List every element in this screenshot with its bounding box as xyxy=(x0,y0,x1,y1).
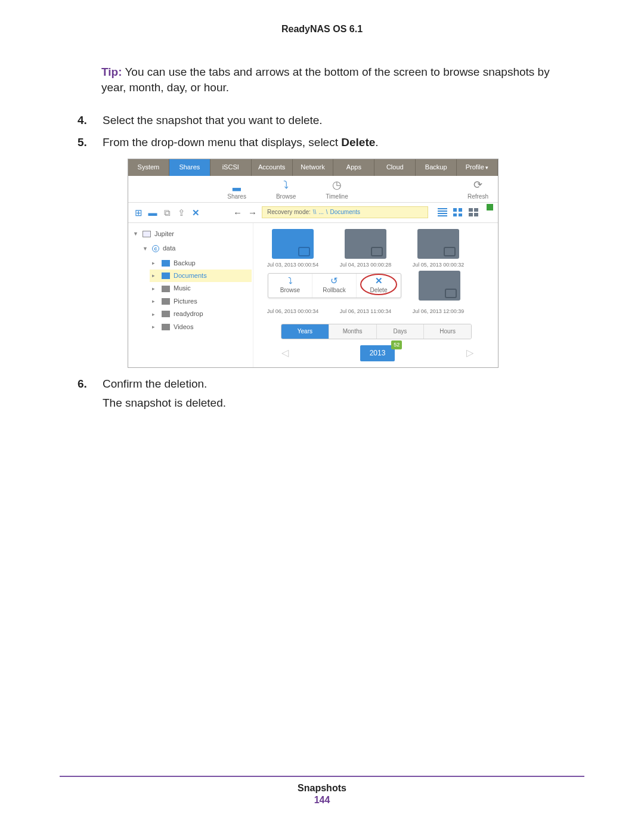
copy-icon[interactable]: ⧉ xyxy=(162,207,172,218)
time-tab-hours[interactable]: Hours xyxy=(424,324,471,339)
tab-cloud[interactable]: Cloud xyxy=(374,159,416,175)
tree-folder-readydrop[interactable]: ▸readydrop xyxy=(152,308,249,320)
subnav-timeline[interactable]: ◷ Timeline xyxy=(326,179,348,201)
bc-mode: Recovery mode: xyxy=(267,208,311,216)
ui-screenshot: System Shares iSCSI Accounts Network App… xyxy=(128,159,499,367)
upload-icon[interactable]: ⇪ xyxy=(176,207,187,218)
forward-arrow-icon[interactable]: → xyxy=(247,206,258,219)
view-list-icon[interactable] xyxy=(438,208,447,216)
next-year-icon[interactable]: ▷ xyxy=(466,346,473,360)
delete-icon[interactable]: ✕ xyxy=(190,207,201,218)
doc-header: ReadyNAS OS 6.1 xyxy=(60,24,584,35)
snapshot-item[interactable]: Jul 04, 2013 00:00:28 xyxy=(337,229,394,269)
tree-label: Documents xyxy=(174,271,207,280)
snapshot-item: Jul 06, 2013 12:00:39 xyxy=(410,304,467,315)
tree-folder-pictures[interactable]: ▸Pictures xyxy=(152,295,249,308)
tab-apps[interactable]: Apps xyxy=(333,159,374,175)
tree-pane: ▼ Jupiter ▼ c data ▸Backup xyxy=(128,223,253,367)
folder-icon xyxy=(162,260,170,267)
time-tabs: Years Months Days Hours xyxy=(281,324,472,339)
snapshot-timestamp: Jul 06, 2013 11:00:34 xyxy=(337,308,394,315)
snapshot-timestamp: Jul 06, 2013 12:00:39 xyxy=(410,308,467,315)
subnav-shares[interactable]: ▂ Shares xyxy=(227,179,246,201)
toolbar: ⊞ ▬ ⧉ ⇪ ✕ ← → Recovery mode: \\ ... \ Do… xyxy=(128,203,498,223)
snapshot-timestamp: Jul 03, 2013 00:00:54 xyxy=(264,261,321,269)
browse-icon: ⤵ xyxy=(288,276,293,285)
back-arrow-icon[interactable]: ← xyxy=(232,206,243,219)
snapshot-item-selected[interactable]: Jul 03, 2013 00:00:54 xyxy=(264,229,321,269)
year-value: 2013 xyxy=(370,349,386,357)
tree-label: Videos xyxy=(174,323,193,332)
subnav-label: Refresh xyxy=(467,193,488,201)
tree-label: Music xyxy=(174,284,191,293)
ctx-browse[interactable]: ⤵ Browse xyxy=(268,274,312,298)
footer-rule xyxy=(60,776,584,777)
step-text: Select the snapshot that you want to del… xyxy=(103,114,323,126)
twisty-icon[interactable]: ▸ xyxy=(152,272,158,280)
view-grid-icon[interactable] xyxy=(453,208,463,216)
snapshot-item[interactable]: Jul 05, 2013 00:00:32 xyxy=(410,229,467,269)
bc-mid: ... xyxy=(318,208,323,216)
tab-accounts[interactable]: Accounts xyxy=(252,159,293,175)
tree-folder-backup[interactable]: ▸Backup xyxy=(152,257,249,270)
snapshot-icon xyxy=(419,271,460,301)
context-menu: ⤵ Browse ↺ Rollback ✕ Delete xyxy=(268,273,401,298)
year-chip[interactable]: 2013 52 xyxy=(360,345,395,361)
snapshot-timestamp: Jul 06, 2013 00:00:34 xyxy=(264,308,321,315)
subnav-refresh[interactable]: ⟳ Refresh xyxy=(467,179,488,201)
ctx-delete[interactable]: ✕ Delete xyxy=(357,274,401,298)
tab-shares[interactable]: Shares xyxy=(169,159,210,175)
twisty-icon[interactable]: ▸ xyxy=(152,259,158,267)
tree-folder-videos[interactable]: ▸Videos xyxy=(152,321,249,333)
twisty-icon[interactable]: ▼ xyxy=(143,245,148,253)
twisty-icon[interactable]: ▼ xyxy=(133,230,139,238)
year-selector: ◁ 2013 52 ▷ xyxy=(264,345,491,361)
tree-folder-documents[interactable]: ▸Documents xyxy=(150,270,252,282)
time-tab-years[interactable]: Years xyxy=(281,324,329,339)
folder-icon xyxy=(162,298,170,305)
step-5c: . xyxy=(375,136,378,148)
twisty-icon[interactable]: ▸ xyxy=(152,298,158,305)
tab-iscsi[interactable]: iSCSI xyxy=(210,159,252,175)
tab-network[interactable]: Network xyxy=(293,159,334,175)
delete-icon: ✕ xyxy=(375,276,383,285)
folder-icon xyxy=(162,286,170,292)
snapshot-icon xyxy=(345,229,386,259)
time-tab-months[interactable]: Months xyxy=(329,324,377,339)
step-text: Confirm the deletion. xyxy=(103,377,207,390)
newfolder-icon[interactable]: ▬ xyxy=(147,207,158,218)
snapshot-timestamp: Jul 04, 2013 00:00:28 xyxy=(337,261,394,269)
rollback-icon: ↺ xyxy=(330,276,338,285)
tab-system[interactable]: System xyxy=(128,159,169,175)
step-4: 4. Select the snapshot that you want to … xyxy=(78,113,584,129)
tab-backup[interactable]: Backup xyxy=(416,159,457,175)
view-large-icon[interactable] xyxy=(469,208,478,216)
tab-profile[interactable]: Profile xyxy=(457,159,498,175)
snapshot-item[interactable] xyxy=(411,271,468,303)
prev-year-icon[interactable]: ◁ xyxy=(281,346,289,360)
tip-block: Tip: You can use the tabs and arrows at … xyxy=(101,64,555,95)
twisty-icon[interactable]: ▸ xyxy=(152,285,158,293)
content-pane: Jul 03, 2013 00:00:54 Jul 04, 2013 00:00… xyxy=(253,223,498,367)
twisty-icon[interactable]: ▸ xyxy=(152,323,158,331)
folder-icon xyxy=(162,324,170,330)
subnav-browse[interactable]: ⤵ Browse xyxy=(276,179,296,201)
tree-icon[interactable]: ⊞ xyxy=(133,207,144,218)
snapshot-item: Jul 06, 2013 11:00:34 xyxy=(337,304,394,315)
tree-label: Backup xyxy=(174,259,196,268)
fullscreen-icon[interactable] xyxy=(487,204,493,210)
folder-icon xyxy=(162,311,170,317)
snapshot-icon xyxy=(272,229,314,259)
time-tab-days[interactable]: Days xyxy=(377,324,425,339)
sub-nav: ▂ Shares ⤵ Browse ◷ Timeline ⟳ Refresh xyxy=(128,176,498,203)
snapshot-icon xyxy=(417,229,459,259)
snapshot-item: Jul 06, 2013 00:00:34 xyxy=(264,304,321,315)
breadcrumb[interactable]: Recovery mode: \\ ... \ Documents xyxy=(262,206,428,218)
clock-icon: ◷ xyxy=(330,179,343,191)
twisty-icon[interactable]: ▸ xyxy=(152,311,158,318)
tree-folder-music[interactable]: ▸Music xyxy=(152,282,249,295)
ctx-rollback[interactable]: ↺ Rollback xyxy=(312,274,357,298)
subnav-label: Timeline xyxy=(326,193,348,201)
tree-host[interactable]: ▼ Jupiter ▼ c data ▸Backup xyxy=(133,228,249,337)
tree-volume[interactable]: ▼ c data ▸Backup ▸Documents ▸Music ▸Pict… xyxy=(143,242,249,335)
